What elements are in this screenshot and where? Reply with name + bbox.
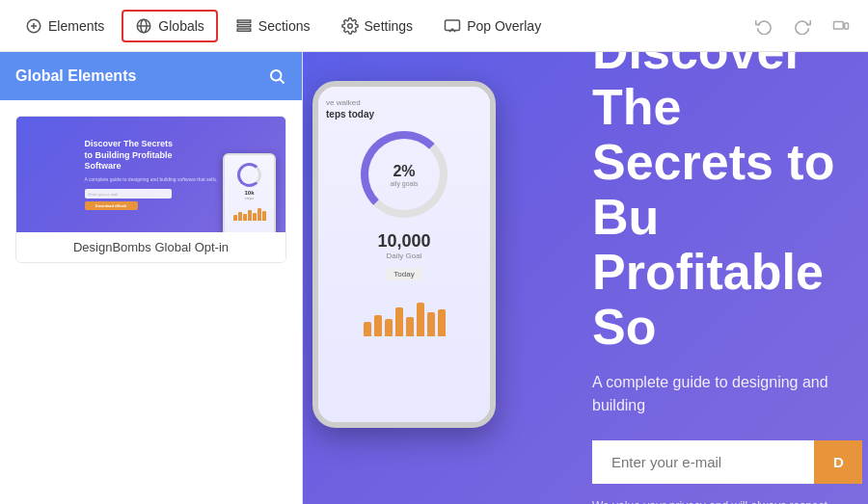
card-subtext: A complete guide to designing and buildi…: [85, 176, 218, 183]
svg-rect-7: [237, 24, 251, 26]
canvas-bar-5: [406, 317, 414, 336]
svg-rect-12: [845, 23, 849, 29]
canvas-phone-percent: 2%: [393, 163, 415, 180]
canvas-submit-button[interactable]: D: [814, 440, 862, 484]
sidebar-header: Global Elements: [0, 52, 302, 100]
canvas-phone-goal-number: 10,000: [377, 231, 430, 252]
canvas-bar-8: [438, 309, 446, 336]
phone-circle: [237, 163, 261, 187]
card-headline: Discover The Secrets to Building Profita…: [85, 139, 181, 172]
card-preview-input: Enter your e-mail: [85, 189, 172, 199]
canvas-subhead: A complete guide to designing and buildi…: [592, 371, 849, 417]
sidebar-title: Global Elements: [15, 67, 136, 85]
sidebar: Global Elements Discover The Secrets to …: [0, 52, 303, 504]
canvas-privacy-text: We value your privacy and will always re…: [592, 497, 849, 504]
svg-point-9: [347, 23, 352, 28]
canvas-phone-today: Today: [386, 268, 421, 280]
toolbar: Elements Globals Sections Settings: [0, 0, 868, 52]
canvas-email-input[interactable]: [592, 440, 814, 484]
card-phone-mockup: 10k steps: [223, 153, 276, 232]
redo-button[interactable]: [787, 11, 818, 41]
canvas-bar-3: [385, 319, 393, 336]
canvas-bar-2: [374, 315, 382, 336]
main-layout: Global Elements Discover The Secrets to …: [0, 52, 868, 504]
gear-icon: [341, 17, 359, 35]
plus-circle-icon: [25, 17, 42, 35]
canvas-bar-7: [427, 312, 435, 336]
canvas-headline-line1: Discover The: [592, 52, 804, 135]
toolbar-item-settings[interactable]: Settings: [328, 10, 427, 42]
phone-sub: steps: [245, 196, 255, 200]
globe-icon: [135, 17, 152, 35]
sections-label: Sections: [258, 18, 311, 34]
bar-6: [258, 208, 261, 221]
redo-icon: [794, 17, 811, 35]
svg-point-13: [271, 70, 282, 81]
undo-button[interactable]: [748, 11, 779, 41]
undo-icon: [755, 17, 773, 35]
bar-3: [243, 214, 247, 221]
card-btn-label: Download eBook: [95, 203, 126, 208]
canvas-phone-steps: teps today: [326, 109, 374, 119]
svg-rect-8: [237, 29, 251, 31]
sidebar-content: Discover The Secrets to Building Profita…: [0, 100, 302, 279]
card-preview-image: Discover The Secrets to Building Profita…: [16, 117, 285, 232]
canvas-phone-body: ve walked teps today 2% aily goals 10,00…: [312, 81, 496, 428]
monitor-icon: [444, 17, 461, 35]
toolbar-item-pop-overlay[interactable]: Pop Overlay: [430, 10, 555, 42]
pop-overlay-label: Pop Overlay: [467, 18, 541, 34]
canvas-headline: Discover The Secrets to Bu Profitable So: [592, 52, 849, 356]
canvas-phone-bars: [364, 288, 446, 336]
toolbar-item-elements[interactable]: Elements: [12, 10, 118, 42]
globals-label: Globals: [158, 18, 203, 34]
canvas-phone-percent-label: aily goals: [390, 180, 418, 187]
canvas-bar-6: [417, 303, 424, 336]
canvas-text-area: Discover The Secrets to Bu Profitable So…: [592, 52, 868, 504]
bar-1: [233, 215, 237, 221]
responsive-icon: [832, 17, 850, 35]
canvas-headline-line2: Secrets to Bu: [592, 134, 834, 245]
phone-screen: 10k steps: [225, 155, 274, 232]
card-label: DesignBombs Global Opt-in: [16, 232, 285, 262]
search-icon: [268, 67, 285, 85]
bar-7: [262, 211, 266, 221]
bar-4: [248, 210, 252, 221]
canvas-phone: ve walked teps today 2% aily goals 10,00…: [303, 62, 525, 504]
canvas-form: D: [592, 440, 849, 484]
canvas-phone-walked: ve walked: [326, 98, 361, 107]
canvas-phone-circle: 2% aily goals: [361, 131, 448, 218]
canvas-phone-goal-label: Daily Goal: [387, 252, 422, 260]
sidebar-search-button[interactable]: [267, 66, 286, 86]
toolbar-item-sections[interactable]: Sections: [222, 10, 324, 42]
svg-rect-6: [237, 20, 251, 22]
bar-2: [238, 212, 242, 221]
responsive-button[interactable]: [826, 11, 856, 41]
svg-line-14: [280, 79, 284, 83]
card-input-placeholder: Enter your e-mail: [89, 192, 118, 197]
card-preview-btn: Download eBook: [85, 201, 138, 210]
bar-5: [253, 213, 257, 221]
canvas-phone-screen: ve walked teps today 2% aily goals 10,00…: [318, 87, 490, 422]
card-preview-text: Discover The Secrets to Building Profita…: [73, 129, 230, 220]
toolbar-right-actions: [748, 11, 856, 41]
canvas-area: ve walked teps today 2% aily goals 10,00…: [303, 52, 868, 504]
elements-label: Elements: [48, 18, 104, 34]
toolbar-item-globals[interactable]: Globals: [122, 10, 217, 42]
canvas-bar-1: [364, 322, 371, 336]
settings-label: Settings: [365, 18, 414, 34]
svg-rect-11: [834, 21, 844, 29]
canvas-headline-line3: Profitable So: [592, 244, 824, 355]
global-element-card[interactable]: Discover The Secrets to Building Profita…: [15, 116, 286, 263]
phone-bars: [233, 206, 266, 221]
canvas-bar-4: [395, 307, 403, 336]
layout-icon: [235, 17, 253, 35]
